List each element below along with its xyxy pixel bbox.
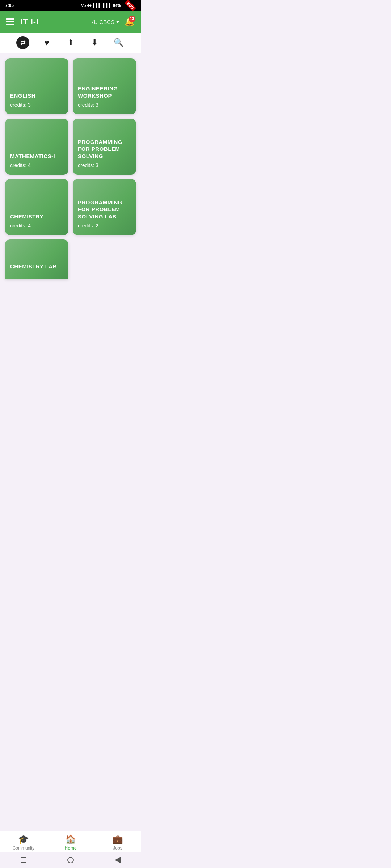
- course-card-mathematics[interactable]: MATHEMATICS-I credits: 4: [5, 119, 68, 175]
- download-icon[interactable]: ⬇: [88, 36, 101, 49]
- course-credits-pps-lab: credits: 2: [78, 223, 98, 229]
- notification-badge: 13: [129, 16, 135, 22]
- course-grid: ENGLISH credits: 3 ENGINEERING WORKSHOP …: [0, 53, 141, 235]
- signal-bars-icon: ▌▌▌: [93, 3, 101, 8]
- course-name-chemistry: CHEMISTRY: [10, 213, 43, 220]
- course-credits-engineering-workshop: credits: 3: [78, 102, 98, 108]
- chevron-down-icon: [116, 21, 119, 23]
- heart-icon[interactable]: ♥: [40, 36, 53, 49]
- notification-button[interactable]: 🔔 13: [123, 16, 135, 28]
- program-selector[interactable]: KU CBCS: [90, 19, 119, 25]
- status-bar: 7:05 Vo 4+ ▌▌▌ ▌▌▌ 94% BUG: [0, 0, 141, 11]
- course-card-chemistry[interactable]: CHEMISTRY credits: 4: [5, 179, 68, 235]
- header-left: IT I-I: [6, 17, 39, 26]
- page-title: IT I-I: [20, 17, 39, 26]
- course-credits-chemistry: credits: 4: [10, 223, 31, 229]
- header: IT I-I KU CBCS 🔔 13: [0, 11, 141, 33]
- toolbar: ⇄ ♥ ⬆ ⬇ 🔍: [0, 33, 141, 53]
- debug-badge: BUG: [125, 0, 136, 11]
- course-name-mathematics: MATHEMATICS-I: [10, 153, 55, 160]
- course-card-pps[interactable]: PROGRAMMING FOR PROBLEM SOLVING credits:…: [73, 119, 136, 175]
- course-card-engineering-workshop[interactable]: ENGINEERING WORKSHOP credits: 3: [73, 58, 136, 114]
- course-credits-pps: credits: 3: [78, 162, 98, 168]
- search-icon[interactable]: 🔍: [112, 36, 125, 49]
- course-credits-english: credits: 3: [10, 102, 31, 108]
- signal-text: Vo 4+: [81, 3, 92, 8]
- course-name-engineering-workshop: ENGINEERING WORKSHOP: [78, 85, 131, 99]
- battery-pct: 94%: [113, 3, 121, 8]
- menu-button[interactable]: [6, 18, 14, 25]
- program-selector-label: KU CBCS: [90, 19, 114, 25]
- time: 7:05: [5, 3, 14, 8]
- signal-bars2-icon: ▌▌▌: [103, 3, 111, 8]
- status-right: Vo 4+ ▌▌▌ ▌▌▌ 94% BUG: [81, 3, 136, 8]
- course-name-pps-lab: PROGRAMMING FOR PROBLEM SOLVING LAB: [78, 199, 131, 220]
- swap-icon[interactable]: ⇄: [16, 36, 29, 49]
- course-card-english[interactable]: ENGLISH credits: 3: [5, 58, 68, 114]
- course-name-english: ENGLISH: [10, 92, 35, 99]
- header-right: KU CBCS 🔔 13: [90, 16, 135, 28]
- course-card-pps-lab[interactable]: PROGRAMMING FOR PROBLEM SOLVING LAB cred…: [73, 179, 136, 235]
- course-name-chemistry-lab: CHEMISTRY LAB: [10, 263, 57, 270]
- course-card-chemistry-lab[interactable]: CHEMISTRY LAB: [5, 239, 68, 279]
- partial-row: CHEMISTRY LAB: [0, 239, 141, 279]
- upload-icon[interactable]: ⬆: [64, 36, 77, 49]
- course-credits-mathematics: credits: 4: [10, 162, 31, 168]
- course-name-pps: PROGRAMMING FOR PROBLEM SOLVING: [78, 139, 131, 160]
